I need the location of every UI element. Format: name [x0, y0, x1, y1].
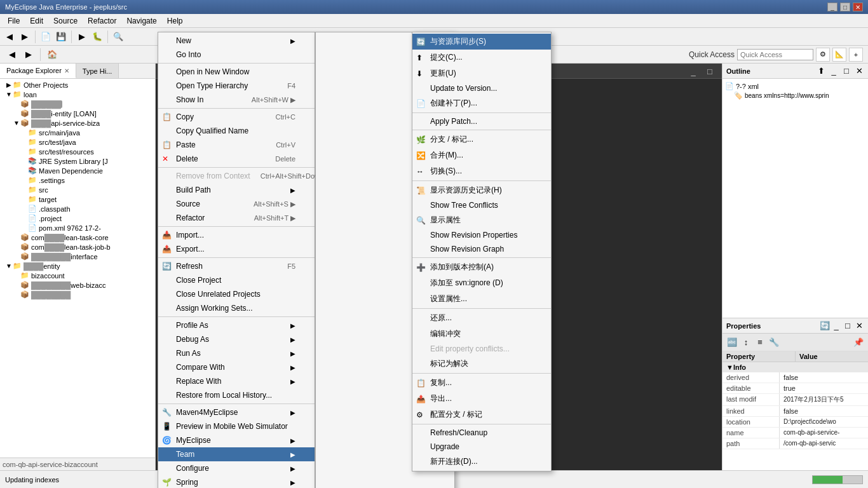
props-row-name[interactable]: name com-qb-api-service- [722, 428, 868, 438]
team-upgrade[interactable]: Upgrade [412, 440, 551, 454]
ctx-close-project[interactable]: Close Project [158, 273, 315, 287]
tree-item-task-job[interactable]: 📦 com████lean-task-job-b [0, 242, 155, 252]
ctx-remove-context[interactable]: Remove from Context Ctrl+Alt+Shift+Down [158, 169, 315, 183]
team-sync[interactable]: 🔄 与资源库同步(S) [412, 34, 551, 50]
ctx-copy-qualified[interactable]: Copy Qualified Name [158, 124, 315, 138]
ctx-go-into[interactable]: Go Into [158, 48, 315, 62]
window-controls[interactable]: _ □ ✕ [827, 3, 863, 11]
qa-perspective[interactable]: 📐 [832, 48, 846, 62]
tree-item-jre[interactable]: 📚 JRE System Library [J [0, 156, 155, 166]
outline-maximize[interactable]: □ [841, 66, 851, 76]
outline-collapse[interactable]: ⬆ [816, 66, 826, 76]
close-button[interactable]: ✕ [853, 3, 863, 11]
ctx-import[interactable]: 📥 Import... [158, 228, 315, 242]
ctx-open-new-window[interactable]: Open in New Window [158, 65, 315, 79]
tb-run[interactable]: ▶ [75, 30, 89, 44]
ctx-replace-with[interactable]: Replace With ▶ [158, 374, 315, 388]
menu-edit[interactable]: Edit [25, 14, 48, 27]
tree-item-task-core[interactable]: 📦 com████lean-task-core [0, 233, 155, 242]
team-commit[interactable]: ⬆ 提交(C)... [412, 50, 551, 65]
tree-item-api-service[interactable]: ▼ 📦 ████api-service-biza [0, 118, 155, 128]
tab-package-explorer[interactable]: Package Explorer ✕ [0, 64, 76, 78]
tb-forward[interactable]: ▶ [18, 30, 32, 44]
tb-search[interactable]: 🔍 [111, 30, 125, 44]
ctx-delete[interactable]: ✕ Delete Delete [158, 152, 315, 166]
team-show-tree-conflicts[interactable]: Show Tree Conflicts [412, 198, 551, 212]
props-row-editable[interactable]: editable true [722, 383, 868, 394]
team-config-branch[interactable]: ⚙ 配置分支 / 标记 [412, 407, 551, 423]
ctx-configure[interactable]: Configure ▶ [158, 461, 315, 475]
team-add-svn-ignore[interactable]: 添加至 svn:ignore (D) [412, 275, 551, 291]
tab-type-hierarchy[interactable]: Type Hi... [76, 64, 119, 78]
ctx-debug-as[interactable]: Debug As ▶ [158, 332, 315, 346]
team-show-revision-graph[interactable]: Show Revision Graph [412, 242, 551, 256]
tree-item-target[interactable]: 📁 target [0, 194, 155, 204]
maximize-button[interactable]: □ [840, 3, 850, 11]
ctx-compare-with[interactable]: Compare With ▶ [158, 360, 315, 374]
tree-item-maven[interactable]: 📚 Maven Dependencie [0, 166, 155, 175]
team-copy[interactable]: 📋 复制... [412, 375, 551, 391]
ctx-copy[interactable]: 📋 Copy Ctrl+C [158, 110, 315, 124]
team-export[interactable]: 📤 导出... [412, 391, 551, 407]
props-row-lastmod[interactable]: last modif 2017年2月13日下午5 [722, 394, 868, 406]
tree-item-settings[interactable]: 📁 .settings [0, 175, 155, 185]
menu-file[interactable]: File [3, 14, 25, 27]
team-branch-tag[interactable]: 🌿 分支 / 标记... [412, 132, 551, 147]
tb-back[interactable]: ◀ [3, 30, 17, 44]
team-edit-conflicts[interactable]: 编辑冲突 [412, 326, 551, 342]
props-filter[interactable]: 🔤 [725, 336, 739, 349]
menu-navigate[interactable]: Navigate [121, 14, 161, 27]
ctx-refresh[interactable]: 🔄 Refresh F5 [158, 259, 315, 273]
team-new-connection[interactable]: 新开连接(D)... [412, 454, 551, 470]
minimize-button[interactable]: _ [827, 3, 837, 11]
props-close[interactable]: ✕ [854, 321, 864, 331]
team-update[interactable]: ⬇ 更新(U) [412, 65, 551, 81]
qa-home[interactable]: 🏠 [45, 48, 59, 62]
team-show-revision-props[interactable]: Show Revision Properties [412, 228, 551, 242]
props-minimize[interactable]: _ [831, 321, 841, 331]
qa-open-perspective[interactable]: + [849, 48, 863, 62]
team-update-version[interactable]: Update to Version... [412, 81, 551, 95]
ctx-myeclipse[interactable]: 🌀 MyEclipse ▶ [158, 433, 315, 447]
team-merge[interactable]: 🔀 合并(M)... [412, 147, 551, 163]
team-set-props[interactable]: 设置属性... [412, 291, 551, 307]
props-row-derived[interactable]: derived false [722, 372, 868, 383]
ctx-profile-as[interactable]: Profile As ▶ [158, 318, 315, 332]
props-row-path[interactable]: path /com-qb-api-servic [722, 438, 868, 449]
tree-item-project[interactable]: 📄 .project [0, 214, 155, 223]
outline-minimize[interactable]: _ [829, 66, 839, 76]
tree-item-other-projects[interactable]: ▶ 📁 Other Projects [0, 80, 155, 90]
tree-item-src[interactable]: 📁 src [0, 185, 155, 194]
qa-prev[interactable]: ◀ [5, 48, 19, 62]
tree-item-web-bizacc[interactable]: 📦 ████████web-bizacc [0, 280, 155, 290]
ctx-assign-working-sets[interactable]: Assign Working Sets... [158, 301, 315, 315]
ctx-open-type-hierarchy[interactable]: Open Type Hierarchy F4 [158, 79, 315, 93]
ctx-refactor[interactable]: Refactor Alt+Shift+T ▶ [158, 211, 315, 225]
tree-item-api-entity[interactable]: 📦 ████i-entity [LOAN] [0, 109, 155, 118]
tree-item-src-test-res[interactable]: 📁 src/test/resources [0, 147, 155, 156]
ctx-team[interactable]: Team ▶ [158, 447, 315, 461]
team-create-patch[interactable]: 📄 创建补丁(P)... [412, 95, 551, 111]
tree-item-src-main[interactable]: 📁 src/main/java [0, 128, 155, 137]
props-row-linked[interactable]: linked false [722, 406, 868, 417]
props-sort[interactable]: ↕ [739, 336, 753, 349]
editor-maximize[interactable]: □ [703, 64, 717, 78]
tree-item-pom[interactable]: 📄 pom.xml 9762 17-2- [0, 223, 155, 233]
tree-item-bizaccount[interactable]: 📁 bizaccount [0, 271, 155, 280]
outline-item-beans[interactable]: 🏷️ beans xmlns=http://www.sprin [725, 91, 865, 100]
tree-item-interface[interactable]: 📦 ████████interface [0, 252, 155, 261]
team-mark-resolved[interactable]: 标记为解决 [412, 356, 551, 372]
team-add-version-control[interactable]: ➕ 添加到版本控制(A) [412, 259, 551, 275]
outline-close[interactable]: ✕ [854, 66, 864, 76]
tb-debug[interactable]: 🐛 [90, 30, 104, 44]
ctx-preview-mobile[interactable]: 📱 Preview in Mobile Web Simulator [158, 419, 315, 433]
team-refresh-cleanup[interactable]: Refresh/Cleanup [412, 426, 551, 440]
ctx-close-unrelated[interactable]: Close Unrelated Projects [158, 287, 315, 301]
editor-minimize[interactable]: _ [686, 64, 700, 78]
team-show-props[interactable]: 🔍 显示属性 [412, 212, 551, 228]
props-categories[interactable]: ≡ [753, 336, 767, 349]
team-apply-patch[interactable]: Apply Patch... [412, 114, 551, 128]
tree-item-loan[interactable]: ▼ 📁 loan [0, 90, 155, 99]
team-switch[interactable]: ↔ 切换(S)... [412, 163, 551, 179]
team-revert[interactable]: 还原... [412, 310, 551, 326]
